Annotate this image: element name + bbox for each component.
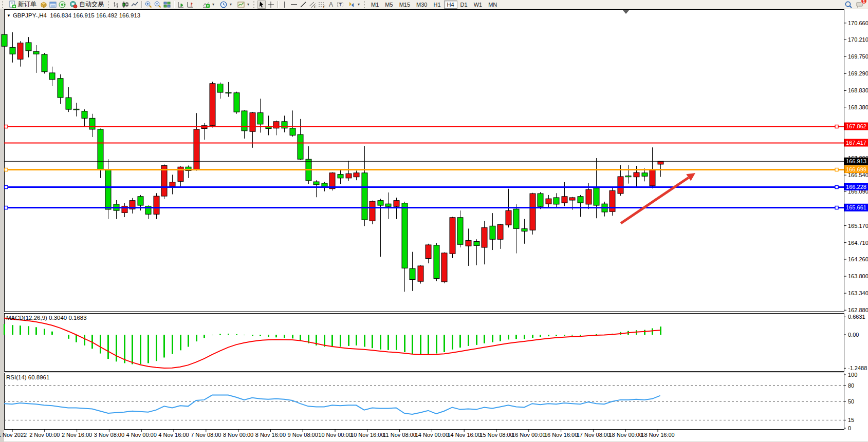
- level-handle[interactable]: [835, 125, 838, 128]
- autotrading-icon: [69, 1, 78, 9]
- vertical-line-icon[interactable]: [281, 1, 289, 9]
- candle-body: [610, 190, 615, 212]
- candle-body: [618, 177, 623, 194]
- autotrading-label: 自动交易: [79, 0, 104, 9]
- time-axis-label: 2 Nov 00:00: [29, 432, 60, 438]
- candle-body: [58, 79, 63, 98]
- candle-body: [313, 182, 319, 185]
- timeframe-M1[interactable]: M1: [368, 1, 382, 9]
- time-axis-label: 11 Nov 08:00: [383, 432, 416, 438]
- data-window-icon[interactable]: [49, 1, 57, 9]
- svg-text:A: A: [329, 1, 333, 8]
- periods-button[interactable]: ▾: [217, 1, 234, 9]
- candle-body: [634, 172, 639, 177]
- templates-button[interactable]: ▾: [235, 1, 251, 9]
- price-badge-label: 166.699: [846, 166, 866, 172]
- toolbar-drag-handle[interactable]: [364, 1, 366, 8]
- level-handle[interactable]: [835, 168, 838, 171]
- chart-canvas[interactable]: 170.660170.210169.750169.290168.830168.3…: [0, 9, 868, 442]
- collapse-triangle-icon[interactable]: ▼: [7, 13, 11, 18]
- timeframe-H1[interactable]: H1: [430, 1, 444, 9]
- tile-windows-icon[interactable]: [163, 1, 171, 9]
- time-axis-label: 14 Nov 00:00: [415, 432, 449, 438]
- toolbar-drag-handle[interactable]: [108, 1, 110, 8]
- candle-body: [17, 43, 23, 60]
- timeframe-D1[interactable]: D1: [457, 1, 471, 9]
- crosshair-icon[interactable]: [267, 1, 275, 9]
- time-axis-label: 18 Nov 00:00: [608, 432, 642, 438]
- candle-body: [234, 93, 239, 112]
- candle-body: [33, 51, 39, 54]
- macd-panel[interactable]: [5, 314, 844, 372]
- new-order-icon: [8, 1, 16, 9]
- level-handle[interactable]: [5, 125, 8, 128]
- macd-axis-label: 0.00: [848, 332, 859, 338]
- timeframe-M15[interactable]: M15: [396, 1, 413, 9]
- timeframe-MN[interactable]: MN: [485, 1, 500, 9]
- chat-icon[interactable]: 1: [856, 1, 864, 9]
- autotrading-button[interactable]: 自动交易: [67, 1, 106, 9]
- candle-body: [73, 109, 79, 110]
- timeframe-M5[interactable]: M5: [382, 1, 396, 9]
- candle-body: [506, 210, 511, 225]
- search-icon[interactable]: [844, 1, 853, 9]
- toolbar-drag-handle[interactable]: [2, 1, 4, 8]
- price-axis-label: 168.830: [848, 87, 868, 93]
- rsi-axis-label: 50: [848, 398, 854, 405]
- timeframe-M30[interactable]: M30: [413, 1, 430, 9]
- price-axis-label: 169.290: [848, 70, 868, 76]
- candle-body: [625, 176, 631, 177]
- time-axis-label: 2 Nov 16:00: [62, 432, 92, 438]
- timeframe-H4[interactable]: H4: [444, 1, 457, 9]
- equidistant-channel-icon[interactable]: E: [308, 1, 317, 9]
- time-axis-label: 8 Nov 00:00: [223, 432, 253, 438]
- level-handle[interactable]: [5, 186, 8, 189]
- price-axis-label: 163.340: [848, 290, 868, 296]
- candle-body: [426, 245, 431, 259]
- text-icon[interactable]: A: [327, 1, 335, 9]
- zoom-in-icon[interactable]: [144, 1, 153, 9]
- level-handle[interactable]: [5, 168, 8, 171]
- indicators-button[interactable]: ▾: [200, 1, 216, 9]
- time-axis-label: 3 Nov 08:00: [94, 432, 124, 438]
- arrows-button[interactable]: ▾: [345, 1, 362, 9]
- level-handle[interactable]: [5, 206, 8, 209]
- candle-body: [2, 34, 7, 46]
- candle-body: [378, 201, 383, 205]
- trendline-icon[interactable]: [299, 1, 307, 9]
- timeframe-W1[interactable]: W1: [471, 1, 486, 9]
- market-watch-icon[interactable]: [40, 1, 48, 9]
- line-chart-icon[interactable]: [131, 1, 139, 9]
- chart-window[interactable]: 170.660170.210169.750169.290168.830168.3…: [0, 9, 868, 442]
- horizontal-line-icon[interactable]: [290, 1, 298, 9]
- candle-body: [497, 224, 503, 239]
- zoom-out-icon[interactable]: [154, 1, 162, 9]
- chart-shift-icon[interactable]: [186, 1, 194, 9]
- candlestick-chart-icon[interactable]: [121, 1, 130, 9]
- time-axis-label: 18 Nov 16:00: [641, 432, 674, 438]
- bar-chart-icon[interactable]: [112, 1, 120, 9]
- candle-body: [569, 198, 575, 200]
- level-handle[interactable]: [835, 206, 838, 209]
- text-label-icon[interactable]: T: [336, 1, 344, 9]
- candle-body: [530, 194, 535, 230]
- candle-body: [194, 129, 199, 169]
- signals-icon[interactable]: [58, 1, 66, 9]
- candle-body: [298, 134, 303, 159]
- price-axis-label: 168.380: [848, 104, 868, 110]
- candle-body: [66, 98, 71, 109]
- toolbar-drag-handle[interactable]: [253, 1, 255, 8]
- candle-body: [594, 188, 599, 205]
- time-axis-label: 17 Nov 08:00: [577, 432, 610, 438]
- level-handle[interactable]: [835, 186, 838, 189]
- candle-body: [346, 174, 352, 178]
- cursor-icon[interactable]: [257, 1, 266, 9]
- candle-body: [642, 173, 648, 176]
- new-order-button[interactable]: 新订单: [6, 1, 39, 9]
- timeframe-group: M1M5M15M30H1H4D1W1MN: [368, 1, 500, 9]
- main-panel[interactable]: [5, 10, 844, 312]
- main-toolbar: 新订单 自动交易 ▾: [0, 0, 868, 9]
- fibonacci-icon[interactable]: F: [318, 1, 326, 9]
- price-axis-label: 163.800: [848, 273, 868, 279]
- auto-scroll-icon[interactable]: [177, 1, 185, 9]
